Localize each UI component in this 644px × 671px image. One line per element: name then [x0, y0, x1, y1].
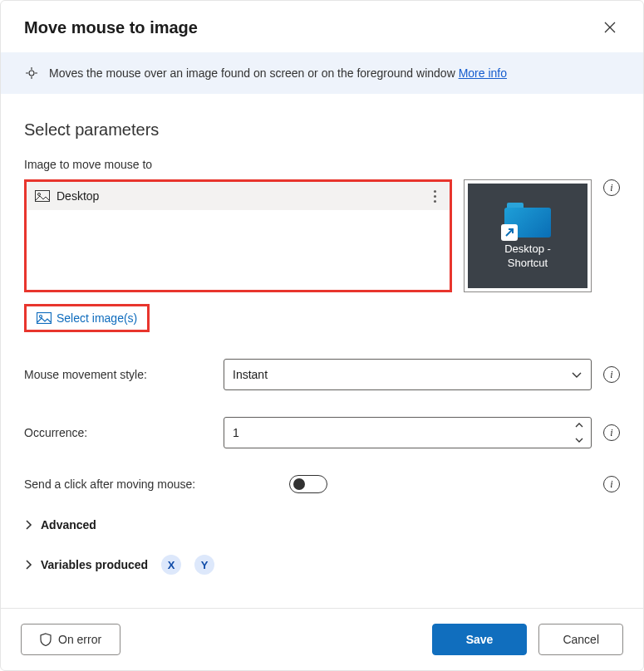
occurrence-value: 1	[233, 426, 239, 439]
more-info-link[interactable]: More info	[459, 66, 507, 80]
close-icon	[603, 21, 617, 34]
advanced-expander[interactable]: Advanced	[24, 518, 620, 531]
cancel-button[interactable]: Cancel	[538, 624, 623, 655]
advanced-label: Advanced	[41, 518, 96, 531]
movement-style-value: Instant	[233, 368, 268, 381]
chevron-down-icon	[575, 437, 583, 443]
dialog: Move mouse to image Moves the mouse over…	[0, 0, 644, 671]
info-icon[interactable]	[603, 424, 620, 441]
save-button[interactable]: Save	[432, 624, 528, 655]
svg-point-0	[29, 71, 34, 76]
image-list-item[interactable]: Desktop	[27, 182, 450, 210]
variables-expander[interactable]: Variables produced X Y	[24, 555, 620, 575]
section-title: Select parameters	[24, 120, 620, 140]
titlebar: Move mouse to image	[1, 1, 643, 52]
item-menu-button[interactable]	[428, 189, 441, 203]
occurrence-input[interactable]: 1	[224, 417, 592, 448]
cancel-label: Cancel	[563, 633, 599, 646]
image-list[interactable]: Desktop	[24, 179, 452, 292]
banner-text: Moves the mouse over an image found on s…	[49, 66, 507, 80]
dialog-title: Move mouse to image	[24, 18, 198, 37]
send-click-row: Send a click after moving mouse:	[24, 475, 620, 493]
select-images-label: Select image(s)	[57, 311, 137, 325]
image-preview: Desktop - Shortcut	[464, 179, 592, 292]
svg-point-2	[38, 193, 41, 196]
preview-label-2: Shortcut	[508, 257, 548, 269]
image-icon	[35, 190, 50, 202]
info-icon[interactable]	[603, 476, 620, 492]
image-field-label: Image to move mouse to	[24, 158, 620, 171]
image-row: Desktop Desktop - Shortcut	[24, 179, 620, 292]
close-button[interactable]	[600, 17, 620, 37]
select-images-button[interactable]: Select image(s)	[24, 304, 150, 332]
chevron-right-icon	[24, 520, 34, 530]
svg-rect-1	[36, 191, 50, 202]
dialog-footer: On error Save Cancel	[1, 608, 643, 670]
image-item-name: Desktop	[57, 189, 99, 203]
send-click-label: Send a click after moving mouse:	[24, 478, 278, 491]
movement-style-label: Mouse movement style:	[24, 368, 212, 381]
stepper-up-button[interactable]	[573, 420, 586, 430]
info-icon[interactable]	[603, 179, 620, 196]
preview-thumbnail: Desktop - Shortcut	[468, 184, 587, 288]
dialog-body: Select parameters Image to move mouse to…	[1, 94, 643, 608]
chevron-down-icon	[571, 369, 583, 380]
svg-point-4	[40, 316, 42, 318]
info-icon[interactable]	[603, 366, 620, 383]
mouse-target-icon	[24, 66, 39, 81]
movement-style-dropdown[interactable]: Instant	[224, 359, 592, 390]
chevron-right-icon	[24, 560, 34, 570]
preview-label-1: Desktop -	[504, 242, 551, 255]
send-click-toggle[interactable]	[289, 475, 327, 493]
save-label: Save	[466, 633, 494, 646]
image-icon	[37, 312, 52, 324]
stepper-down-button[interactable]	[573, 435, 586, 445]
svg-rect-3	[37, 313, 52, 324]
shield-icon	[40, 633, 52, 646]
occurrence-row: Occurrence: 1	[24, 417, 620, 448]
variables-label: Variables produced	[41, 558, 148, 571]
occurrence-label: Occurrence:	[24, 426, 212, 439]
variable-chip-y[interactable]: Y	[194, 555, 214, 575]
variable-chip-x[interactable]: X	[161, 555, 181, 575]
on-error-label: On error	[58, 633, 101, 646]
chevron-up-icon	[575, 422, 583, 429]
info-banner: Moves the mouse over an image found on s…	[1, 52, 643, 94]
shortcut-badge-icon	[501, 224, 518, 241]
on-error-button[interactable]: On error	[21, 624, 120, 655]
movement-style-row: Mouse movement style: Instant	[24, 359, 620, 390]
folder-icon	[504, 203, 551, 238]
